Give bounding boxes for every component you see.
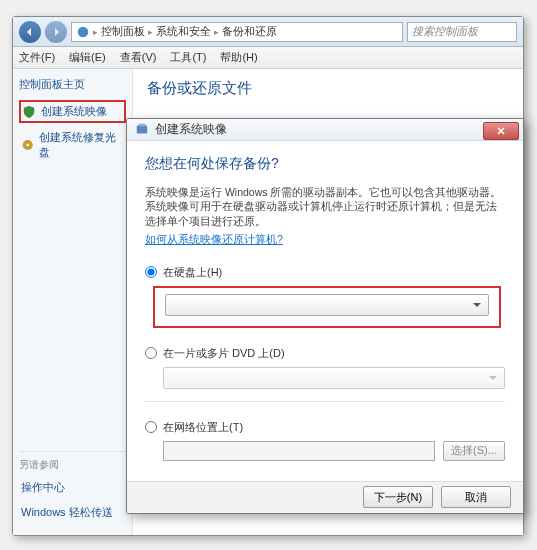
breadcrumb[interactable]: ▸ 控制面板 ▸ 系统和安全 ▸ 备份和还原	[71, 22, 403, 42]
sidebar-item-label: 创建系统映像	[41, 104, 107, 119]
cancel-button[interactable]: 取消	[441, 486, 511, 508]
radio-hard-disk[interactable]	[145, 266, 157, 278]
sidebar-item-create-image[interactable]: 创建系统映像	[19, 100, 126, 123]
shield-icon	[22, 105, 36, 119]
sidebar-item-label: Windows 轻松传送	[21, 505, 113, 520]
dialog-footer: 下一步(N) 取消	[127, 481, 523, 513]
svg-point-0	[78, 26, 89, 37]
crumb-item[interactable]: 控制面板	[101, 24, 145, 39]
dialog-title: 创建系统映像	[155, 121, 227, 138]
chevron-right-icon: ▸	[214, 27, 219, 37]
radio-network[interactable]	[145, 421, 157, 433]
menu-bar: 文件(F) 编辑(E) 查看(V) 工具(T) 帮助(H)	[13, 47, 523, 69]
chevron-right-icon: ▸	[93, 27, 98, 37]
home-icon	[76, 25, 90, 39]
sidebar-footer-item-easy-transfer[interactable]: Windows 轻松传送	[19, 502, 126, 523]
close-icon	[496, 126, 506, 136]
menu-tools[interactable]: 工具(T)	[170, 50, 206, 65]
page-title: 备份或还原文件	[147, 79, 509, 98]
menu-help[interactable]: 帮助(H)	[220, 50, 257, 65]
back-button[interactable]	[19, 21, 41, 43]
menu-file[interactable]: 文件(F)	[19, 50, 55, 65]
sidebar-footer-item-action-center[interactable]: 操作中心	[19, 477, 126, 498]
svg-rect-4	[139, 124, 146, 127]
sidebar-item-label: 创建系统修复光盘	[39, 130, 124, 160]
sidebar-title: 控制面板主页	[19, 77, 126, 92]
sidebar-item-label: 操作中心	[21, 480, 65, 495]
dialog-description: 系统映像是运行 Windows 所需的驱动器副本。它也可以包含其他驱动器。系统映…	[145, 185, 505, 229]
chevron-right-icon: ▸	[148, 27, 153, 37]
address-bar: ▸ 控制面板 ▸ 系统和安全 ▸ 备份和还原 搜索控制面板	[13, 17, 523, 47]
crumb-item[interactable]: 备份和还原	[222, 24, 277, 39]
browse-button: 选择(S)...	[443, 441, 505, 461]
hard-disk-combo[interactable]	[165, 294, 489, 316]
wizard-dialog: 创建系统映像 您想在何处保存备份? 系统映像是运行 Windows 所需的驱动器…	[126, 118, 524, 514]
see-also-label: 另请参阅	[19, 458, 126, 472]
option-dvd[interactable]: 在一片或多片 DVD 上(D)	[145, 346, 505, 361]
crumb-item[interactable]: 系统和安全	[156, 24, 211, 39]
option-label: 在网络位置上(T)	[163, 420, 243, 435]
menu-edit[interactable]: 编辑(E)	[69, 50, 106, 65]
network-path-input[interactable]	[163, 441, 435, 461]
dialog-titlebar[interactable]: 创建系统映像	[127, 119, 523, 141]
close-button[interactable]	[483, 122, 519, 140]
forward-button[interactable]	[45, 21, 67, 43]
help-link[interactable]: 如何从系统映像还原计算机?	[145, 233, 283, 245]
option-hard-disk[interactable]: 在硬盘上(H)	[145, 265, 505, 280]
backup-icon	[135, 122, 149, 136]
dialog-question: 您想在何处保存备份?	[145, 155, 505, 173]
disc-icon	[21, 138, 34, 152]
radio-dvd[interactable]	[145, 347, 157, 359]
option-label: 在硬盘上(H)	[163, 265, 222, 280]
sidebar-item-create-disc[interactable]: 创建系统修复光盘	[19, 127, 126, 163]
svg-point-2	[26, 144, 29, 147]
sidebar: 控制面板主页 创建系统映像 创建系统修复光盘 另请参阅 操作中心 Windows…	[13, 69, 133, 535]
next-button[interactable]: 下一步(N)	[363, 486, 433, 508]
search-placeholder: 搜索控制面板	[412, 24, 478, 39]
chevron-down-icon	[470, 298, 484, 312]
dvd-combo[interactable]	[163, 367, 505, 389]
search-input[interactable]: 搜索控制面板	[407, 22, 517, 42]
option-label: 在一片或多片 DVD 上(D)	[163, 346, 285, 361]
option-network[interactable]: 在网络位置上(T)	[145, 420, 505, 435]
chevron-down-icon	[486, 371, 500, 385]
svg-rect-3	[137, 126, 148, 134]
menu-view[interactable]: 查看(V)	[120, 50, 157, 65]
